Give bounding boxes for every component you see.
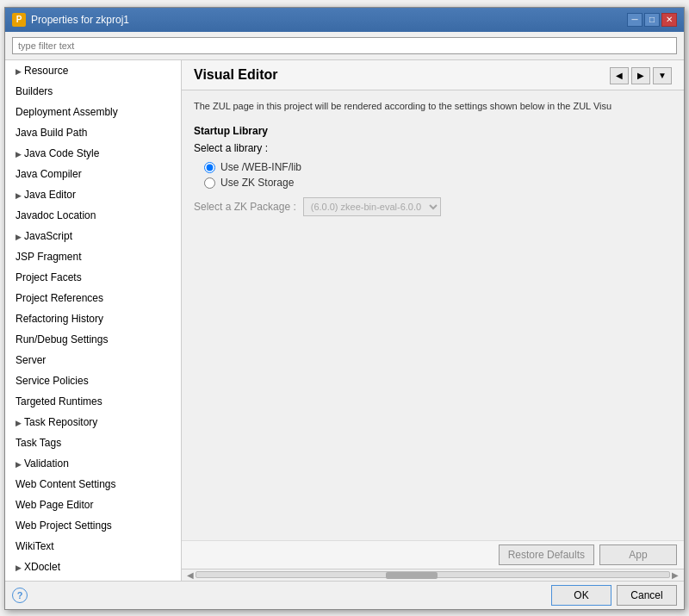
sidebar-item-label: Java Editor [24,189,76,201]
horizontal-scrollbar[interactable]: ◀ ▶ [182,569,684,581]
cancel-button[interactable]: Cancel [617,585,677,606]
sidebar-item-label: Refactoring History [16,313,103,325]
zk-package-select[interactable]: (6.0.0) zkee-bin-eval-6.0.0 [303,197,441,216]
titlebar-buttons: ─ □ ✕ [627,13,677,27]
sidebar-item-label: Javadoc Location [16,209,96,221]
radio-row-zkstorage: Use ZK Storage [204,177,672,189]
sidebar-item-task-tags[interactable]: Task Tags [5,432,181,453]
sidebar-item-label: Task Tags [16,437,61,449]
apply-button[interactable]: App [599,544,677,565]
sidebar-item-jsp-fragment[interactable]: JSP Fragment [5,246,181,267]
arrow-icon: ▶ [16,563,24,575]
scroll-right-arrow[interactable]: ▶ [670,570,680,580]
dropdown-button[interactable]: ▼ [653,67,672,84]
sidebar-item-web-project-settings[interactable]: Web Project Settings [5,515,181,536]
filter-row [5,32,684,60]
minimize-button[interactable]: ─ [627,13,642,27]
section-label: Startup Library [194,125,672,137]
sidebar-item-task-repository[interactable]: ▶ Task Repository [5,412,181,432]
sidebar-item-java-build-path[interactable]: Java Build Path [5,122,181,143]
select-label: Select a ZK Package : [194,201,296,213]
arrow-icon: ▶ [16,418,24,430]
sidebar-item-label: Server [16,354,46,366]
sidebar-item-java-code-style[interactable]: ▶ Java Code Style [5,143,181,164]
radio-row-webinf: Use /WEB-INF/lib [204,161,672,173]
radio-webinf[interactable] [204,162,215,173]
forward-button[interactable]: ▶ [631,67,650,84]
arrow-icon: ▶ [16,149,24,161]
content-title: Visual Editor [194,67,278,83]
sidebar-item-web-page-editor[interactable]: Web Page Editor [5,495,181,515]
sidebar-item-targeted-runtimes[interactable]: Targeted Runtimes [5,391,181,412]
sidebar-item-wikitext[interactable]: WikiText [5,536,181,557]
content-header: Visual Editor ◀ ▶ ▼ [182,60,684,90]
sidebar-item-label: Deployment Assembly [16,106,118,118]
content-toolbar: ◀ ▶ ▼ [610,67,672,84]
dialog-body: ▶ ResourceBuildersDeployment AssemblyJav… [5,32,684,581]
ok-button[interactable]: OK [551,585,611,606]
arrow-icon: ▶ [16,66,24,78]
sidebar-item-xdoclet[interactable]: ▶ XDoclet [5,557,181,577]
titlebar-title: Properties for zkproj1 [31,14,129,26]
sidebar-item-builders[interactable]: Builders [5,81,181,102]
radio-zkstorage[interactable] [204,177,215,189]
sidebar: ▶ ResourceBuildersDeployment AssemblyJav… [5,60,182,581]
sidebar-item-web-content-settings[interactable]: Web Content Settings [5,474,181,495]
sidebar-item-javascript[interactable]: ▶ JavaScript [5,226,181,246]
sidebar-item-label: XDoclet [24,561,60,573]
help-button[interactable]: ? [12,588,28,603]
sidebar-item-project-facets[interactable]: Project Facets [5,267,181,288]
sidebar-item-label: Resource [24,65,68,77]
sidebar-item-deployment-assembly[interactable]: Deployment Assembly [5,102,181,122]
content-body: The ZUL page in this project will be ren… [182,90,684,540]
sidebar-item-project-references[interactable]: Project References [5,288,181,308]
ok-cancel-row: OK Cancel [551,585,677,606]
sidebar-item-label: Builders [16,85,53,97]
sidebar-item-javadoc-location[interactable]: Javadoc Location [5,205,181,226]
sidebar-item-label: Java Compiler [16,168,82,180]
sidebar-item-run-debug-settings[interactable]: Run/Debug Settings [5,329,181,350]
sidebar-item-resource[interactable]: ▶ Resource [5,60,181,81]
sidebar-item-label: Service Policies [16,375,89,387]
sidebar-item-label: Project Facets [16,271,82,283]
restore-apply-section: Restore Defaults App [182,540,684,569]
sidebar-item-label: JavaScript [24,230,72,242]
sidebar-item-refactoring-history[interactable]: Refactoring History [5,308,181,329]
titlebar-left: P Properties for zkproj1 [12,13,129,27]
maximize-button[interactable]: □ [644,13,660,27]
sidebar-item-label: JSP Fragment [16,251,81,263]
sidebar-item-java-editor[interactable]: ▶ Java Editor [5,184,181,205]
scroll-left-arrow[interactable]: ◀ [185,570,196,580]
sidebar-item-label: Java Build Path [16,127,87,139]
back-button[interactable]: ◀ [610,67,629,84]
sidebar-item-service-policies[interactable]: Service Policies [5,370,181,391]
sidebar-item-label: Task Repository [24,416,97,428]
sidebar-item-label: Java Code Style [24,147,99,159]
properties-dialog: P Properties for zkproj1 ─ □ ✕ ▶ Resourc… [4,7,685,610]
description-text: The ZUL page in this project will be ren… [194,99,672,114]
scrollbar-thumb [386,572,438,579]
sidebar-item-server[interactable]: Server [5,350,181,370]
filter-input[interactable] [12,37,677,54]
radio-zkstorage-label: Use ZK Storage [220,177,294,189]
close-button[interactable]: ✕ [661,13,677,27]
arrow-icon: ▶ [16,232,24,244]
sidebar-item-java-compiler[interactable]: Java Compiler [5,164,181,184]
arrow-icon: ▶ [16,459,24,471]
sidebar-item-label: Validation [24,457,69,470]
titlebar: P Properties for zkproj1 ─ □ ✕ [5,8,684,32]
sidebar-item-validation[interactable]: ▶ Validation [5,453,181,474]
sidebar-item-label: Targeted Runtimes [16,395,102,408]
radio-webinf-label: Use /WEB-INF/lib [220,161,301,173]
footer: ? OK Cancel [5,581,684,609]
content-panel: Visual Editor ◀ ▶ ▼ The ZUL page in this… [182,60,684,581]
select-row: Select a ZK Package : (6.0.0) zkee-bin-e… [194,197,672,216]
sidebar-item-label: Web Project Settings [16,520,112,532]
sidebar-item-label: Web Page Editor [16,499,94,511]
radio-group: Use /WEB-INF/lib Use ZK Storage [204,161,672,189]
sidebar-item-label: WikiText [16,540,54,552]
restore-defaults-button[interactable]: Restore Defaults [499,544,594,565]
sidebar-item-label: Run/Debug Settings [16,333,108,345]
arrow-icon: ▶ [16,190,24,202]
titlebar-icon: P [12,13,26,27]
